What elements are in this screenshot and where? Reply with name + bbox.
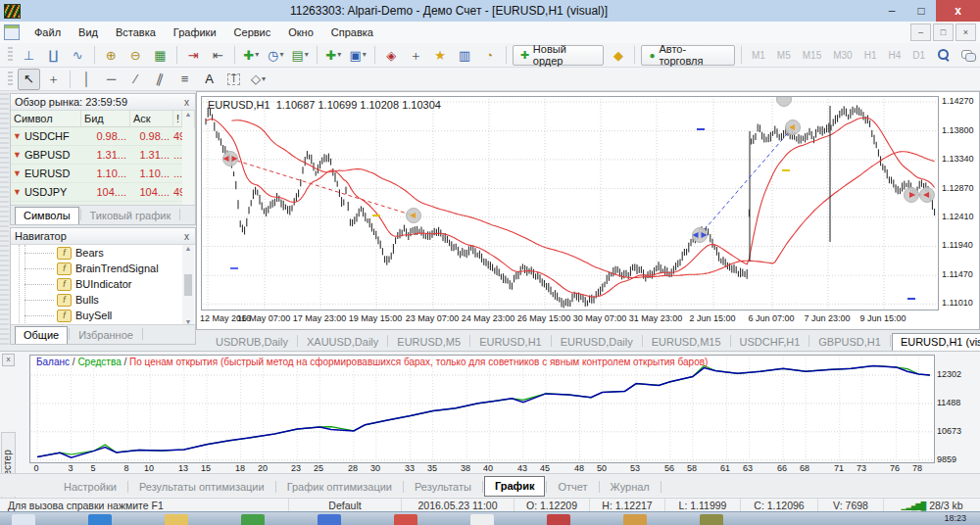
navigator-item-Bulls[interactable]: fBulls — [11, 292, 195, 308]
menu-Вид[interactable]: Вид — [70, 25, 107, 39]
mdi-minimize-button[interactable]: – — [910, 24, 931, 41]
timeframe-M1[interactable]: M1 — [746, 50, 771, 61]
app-x-icon[interactable] — [547, 514, 570, 525]
toolbar-grip[interactable] — [8, 72, 13, 87]
templates-icon[interactable]: ▤▾ — [289, 44, 312, 66]
symbol-row-GBPUSD[interactable]: ▼GBPUSD1.31...1.31...... — [11, 146, 195, 165]
autoscroll-icon[interactable]: ⇥ — [182, 44, 205, 66]
dock-grip[interactable] — [0, 93, 9, 348]
maximize-button[interactable]: □ — [906, 0, 936, 22]
trendline-icon[interactable]: ∕ — [124, 69, 147, 90]
market-watch-scrollbar[interactable]: ▲ ▼ — [182, 111, 194, 211]
toolbar-grip[interactable] — [8, 47, 13, 63]
app-olive-icon[interactable] — [700, 514, 723, 525]
chart-tab-EURUSD,H1 (visual[interactable]: EURUSD,H1 (visual — [892, 333, 980, 351]
chart-tab-EURUSD,Daily[interactable]: EURUSD,Daily — [553, 334, 641, 351]
close-button[interactable]: x — [936, 0, 980, 22]
timeframe-H1[interactable]: H1 — [858, 50, 883, 61]
tester-tab-График оптимизации[interactable]: График оптимизации — [277, 478, 402, 497]
tab-Избранное[interactable]: Избранное — [71, 327, 141, 344]
browser-icon[interactable] — [88, 514, 112, 525]
tester-tab-Настройки[interactable]: Настройки — [54, 478, 126, 497]
vertical-line-icon[interactable]: │ — [75, 69, 98, 90]
menu-Сервис[interactable]: Сервис — [225, 25, 280, 39]
crosshair-icon[interactable]: ＋ — [42, 69, 65, 90]
text-label-icon[interactable]: T — [222, 69, 245, 90]
tester-tab-Отчет[interactable]: Отчет — [548, 478, 597, 497]
app-white-icon[interactable] — [470, 514, 494, 525]
menu-Вставка[interactable]: Вставка — [107, 25, 165, 39]
navigator-close-icon[interactable]: x — [182, 231, 191, 242]
zoom-out-icon[interactable]: ⊖ — [124, 44, 147, 66]
timeframe-M5[interactable]: M5 — [771, 50, 797, 61]
navigator-item-BuySell[interactable]: fBuySell — [11, 308, 195, 323]
chart-shift-icon[interactable]: ⇤ — [207, 44, 229, 66]
scroll-up-icon[interactable]: ▲ — [185, 245, 192, 252]
tester-tab-График[interactable]: График — [484, 476, 546, 497]
timeframe-M30[interactable]: M30 — [827, 50, 858, 61]
periods-icon[interactable]: ▣▾ — [347, 44, 369, 66]
app-green-icon[interactable] — [241, 514, 265, 525]
indicators-icon[interactable]: ✚▾ — [322, 44, 345, 66]
folder-icon[interactable] — [165, 514, 188, 525]
tab-Общие[interactable]: Общие — [15, 326, 68, 344]
profiles-icon[interactable]: ◷▾ — [265, 44, 287, 66]
mdi-restore-button[interactable]: □ — [933, 24, 954, 41]
horizontal-line-icon[interactable]: ─ — [100, 69, 122, 90]
autotrade-button[interactable]: ●Авто-торговля — [641, 45, 735, 66]
tester-clock-icon[interactable]: ◔ — [478, 44, 501, 66]
tester-tab-Журнал[interactable]: Журнал — [601, 478, 660, 497]
chart-tab-XAUUSD,Daily[interactable]: XAUUSD,Daily — [299, 334, 386, 351]
line-style-icon[interactable]: ∿ — [67, 44, 89, 66]
menu-Графики[interactable]: Графики — [165, 25, 225, 39]
chart-tab-GBPUSD,H1[interactable]: GBPUSD,H1 — [810, 334, 889, 351]
price-chart-plot[interactable]: EURUSD,H1 1.10687 1.10699 1.10208 1.1030… — [201, 96, 939, 310]
column-header-![interactable]: ! — [173, 111, 182, 126]
market-watch-close-icon[interactable]: x — [182, 97, 191, 108]
symbol-row-USDCHF[interactable]: ▼USDCHF0.98...0.98...49 — [11, 127, 195, 146]
new-chart-icon[interactable]: ✚▾ — [240, 44, 263, 66]
tester-tab-Результаты[interactable]: Результаты — [405, 478, 481, 497]
minimize-button[interactable]: – — [877, 0, 906, 22]
chart-tab-EURUSD,M5[interactable]: EURUSD,M5 — [389, 334, 468, 351]
app-orange-icon[interactable] — [623, 514, 647, 525]
symbol-row-EURUSD[interactable]: ▼EURUSD1.10...1.10...... — [11, 165, 195, 183]
menu-Файл[interactable]: Файл — [25, 25, 70, 39]
history-tag-icon[interactable]: ◆ — [607, 44, 629, 66]
fibonacci-icon[interactable]: ≡ — [173, 69, 196, 90]
data-window-icon[interactable]: ▥ — [454, 44, 476, 66]
tester-close-icon[interactable]: x — [2, 354, 15, 366]
arrows-shapes-icon[interactable]: ◇▾ — [247, 69, 270, 90]
new-order-button[interactable]: ✚Новый ордер — [513, 45, 605, 66]
timeframe-D1[interactable]: D1 — [906, 50, 931, 61]
app-blue-icon[interactable] — [318, 514, 341, 525]
chart-tab-EURUSD,H1[interactable]: EURUSD,H1 — [471, 334, 550, 351]
tab-Тиковый график[interactable]: Тиковый график — [82, 208, 179, 224]
text-icon[interactable]: A — [198, 69, 220, 90]
timeframe-H4[interactable]: H4 — [882, 50, 906, 61]
start-button[interactable] — [12, 514, 35, 525]
tester-tab-Результаты оптимизации[interactable]: Результаты оптимизации — [129, 478, 274, 497]
navigator-item-BrainTrendSignal[interactable]: fBrainTrendSignal — [11, 261, 195, 276]
zoom-in-icon[interactable]: ⊕ — [100, 44, 122, 66]
favorites-folder-icon[interactable]: ★ — [429, 44, 452, 66]
menu-Окно[interactable]: Окно — [279, 25, 322, 39]
column-header-Бид[interactable]: Бид — [81, 111, 130, 126]
symbol-row-USDJPY[interactable]: ▼USDJPY104....104....49 — [11, 183, 195, 202]
candles-style-icon[interactable]: ∐ — [42, 44, 65, 66]
chat-icon[interactable] — [956, 44, 979, 66]
chart-tab-USDRUB,Daily[interactable]: USDRUB,Daily — [208, 334, 296, 351]
tile-windows-icon[interactable]: ▦ — [149, 44, 172, 66]
balance-chart-plot[interactable]: Баланс / Средства / По ценам открытия (б… — [29, 355, 935, 463]
navigator-item-BUIndicator[interactable]: fBUIndicator — [11, 276, 195, 292]
status-profile[interactable]: Default — [288, 499, 401, 512]
mark-icon[interactable]: ◈ — [380, 44, 403, 66]
mdi-close-button[interactable]: × — [956, 24, 976, 41]
chart-tab-EURUSD,M15[interactable]: EURUSD,M15 — [644, 334, 729, 351]
tab-Символы[interactable]: Символы — [15, 207, 79, 224]
scroll-up-icon[interactable]: ▲ — [185, 111, 192, 118]
chart-tab-USDCHF,H1[interactable]: USDCHF,H1 — [732, 334, 808, 351]
cursor-icon[interactable]: ↖ — [18, 69, 40, 90]
navigator-scrollbar[interactable]: ▲ ▼ — [182, 245, 194, 325]
column-header-Символ[interactable]: Символ — [11, 111, 81, 126]
